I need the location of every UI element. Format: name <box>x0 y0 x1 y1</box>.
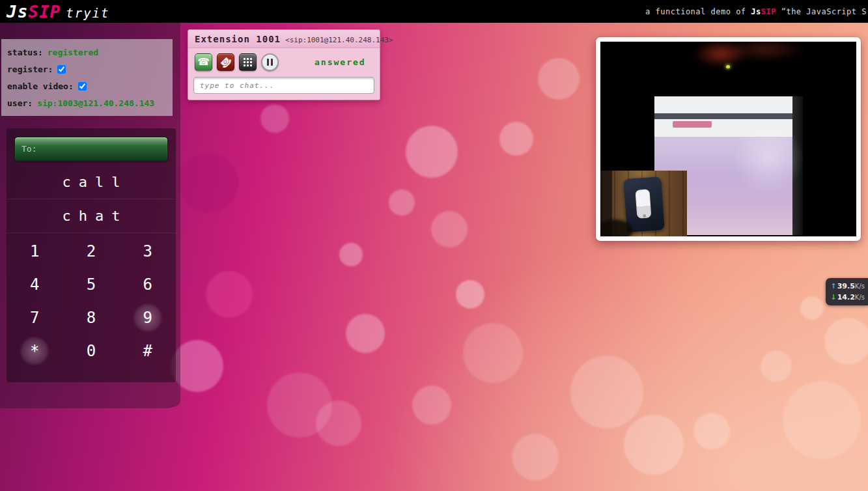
bokeh-circle <box>389 189 415 216</box>
session-header: Extension 1001 <sip:1001@121.40.248.143> <box>188 30 380 48</box>
enable-video-label: enable video: <box>7 81 74 91</box>
download-speed-row: ↓14.2K/s <box>831 292 865 303</box>
chat-button[interactable]: chat <box>7 199 176 233</box>
to-input[interactable]: To: <box>14 137 168 161</box>
tagline-js: Js <box>751 7 761 16</box>
enable-video-row: enable video: <box>7 77 167 94</box>
hangup-button[interactable]: ☎ <box>217 53 234 71</box>
bokeh-circle <box>499 122 533 156</box>
monitor-tab-detail <box>673 121 712 128</box>
call-status: answered <box>315 57 366 67</box>
video-led-dot <box>726 65 730 68</box>
video-container <box>596 37 861 241</box>
register-checkbox[interactable] <box>57 65 66 74</box>
user-uri: sip:1003@121.40.248.143 <box>37 98 154 108</box>
monitor-glare <box>733 122 804 194</box>
tagline-suffix: “the JavaScript S <box>776 7 867 16</box>
bokeh-circle <box>267 372 332 438</box>
register-row: register: <box>7 61 167 77</box>
tagline-sip: SIP <box>761 7 776 16</box>
bokeh-circle <box>538 58 580 100</box>
download-value: 14.2 <box>837 292 855 303</box>
upload-speed-row: ↑39.5K/s <box>831 281 865 292</box>
topbar: JsSIP tryit a functional demo of JsSIP “… <box>0 0 868 23</box>
bokeh-circle <box>346 314 385 353</box>
key-star[interactable]: * <box>7 334 63 367</box>
logo-tryit-text: tryit <box>66 6 109 20</box>
bokeh-circle <box>783 381 861 459</box>
register-label: register: <box>7 64 53 74</box>
bokeh-circle <box>570 356 643 428</box>
key-9[interactable]: 9 <box>119 301 176 334</box>
jssip-logo: JsSIP tryit <box>7 2 109 21</box>
key-8[interactable]: 8 <box>63 301 120 334</box>
bokeh-circle <box>693 413 730 449</box>
remote-video <box>600 42 856 236</box>
logo-js-text: Js <box>7 2 28 21</box>
video-background-detail <box>662 42 809 79</box>
session-controls: ☎ ☎ answered <box>188 48 380 76</box>
status-label: status: <box>7 48 43 57</box>
pause-icon <box>267 59 273 66</box>
upload-unit: K/s <box>855 281 865 292</box>
bokeh-circle <box>178 153 238 213</box>
download-arrow-icon: ↓ <box>831 292 837 303</box>
bokeh-circle <box>431 211 468 247</box>
network-speed-badge[interactable]: ↑39.5K/s ↓14.2K/s <box>826 278 868 305</box>
dialer-panel: To: call chat 1 2 3 4 5 6 7 8 9 * 0 # <box>7 128 176 382</box>
tagline-prefix: a functional demo of <box>645 7 751 16</box>
key-2[interactable]: 2 <box>63 234 120 268</box>
bokeh-circle <box>800 296 824 320</box>
bokeh-circle <box>316 400 361 446</box>
bokeh-circle <box>339 243 363 266</box>
key-6[interactable]: 6 <box>119 268 176 301</box>
upload-arrow-icon: ↑ <box>831 281 837 292</box>
bokeh-circle <box>406 126 458 178</box>
bokeh-circle <box>761 350 792 382</box>
local-video <box>600 171 687 236</box>
status-value: registered <box>48 48 98 57</box>
key-4[interactable]: 4 <box>7 268 63 301</box>
tagline: a functional demo of JsSIP “the JavaScri… <box>645 7 867 16</box>
session-panel: Extension 1001 <sip:1001@121.40.248.143>… <box>188 29 380 100</box>
bokeh-circle <box>206 271 253 318</box>
sidebar: status: registered register: enable vide… <box>0 23 180 408</box>
enable-video-checkbox[interactable] <box>78 82 87 91</box>
bokeh-circle <box>624 415 684 475</box>
key-0[interactable]: 0 <box>63 334 120 367</box>
desktop: JsSIP tryit a functional demo of JsSIP “… <box>0 0 868 491</box>
key-3[interactable]: 3 <box>119 234 176 268</box>
to-input-label: To: <box>21 144 36 154</box>
answer-button[interactable]: ☎ <box>195 53 212 71</box>
bokeh-circle <box>512 434 559 481</box>
monitor-toolbar <box>654 113 792 119</box>
bokeh-circle <box>260 104 289 133</box>
bokeh-circle <box>463 323 523 383</box>
bokeh-circle <box>456 280 484 309</box>
chat-input[interactable] <box>193 77 374 94</box>
session-title: Extension 1001 <box>195 34 281 44</box>
status-panel: status: registered register: enable vide… <box>1 39 173 116</box>
phone-answer-icon: ☎ <box>197 57 210 67</box>
key-pound[interactable]: # <box>119 334 176 367</box>
key-7[interactable]: 7 <box>7 301 63 334</box>
hold-button[interactable] <box>261 53 279 71</box>
user-row: user: sip:1003@121.40.248.143 <box>7 94 167 111</box>
key-1[interactable]: 1 <box>7 234 63 268</box>
upload-value: 39.5 <box>837 281 855 292</box>
status-row: status: registered <box>7 44 167 61</box>
call-button[interactable]: call <box>7 165 176 199</box>
dialpad-icon <box>244 58 252 66</box>
session-uri: <sip:1001@121.40.248.143> <box>285 36 393 44</box>
phone-hangup-icon: ☎ <box>218 55 234 70</box>
dialpad-button[interactable] <box>239 53 257 71</box>
logo-sip-text: SIP <box>28 2 61 21</box>
bokeh-circle <box>412 386 451 425</box>
key-5[interactable]: 5 <box>63 268 120 301</box>
bokeh-circle <box>824 318 868 365</box>
download-unit: K/s <box>855 292 865 303</box>
keypad: 1 2 3 4 5 6 7 8 9 * 0 # <box>7 234 176 367</box>
user-label: user: <box>7 98 33 108</box>
